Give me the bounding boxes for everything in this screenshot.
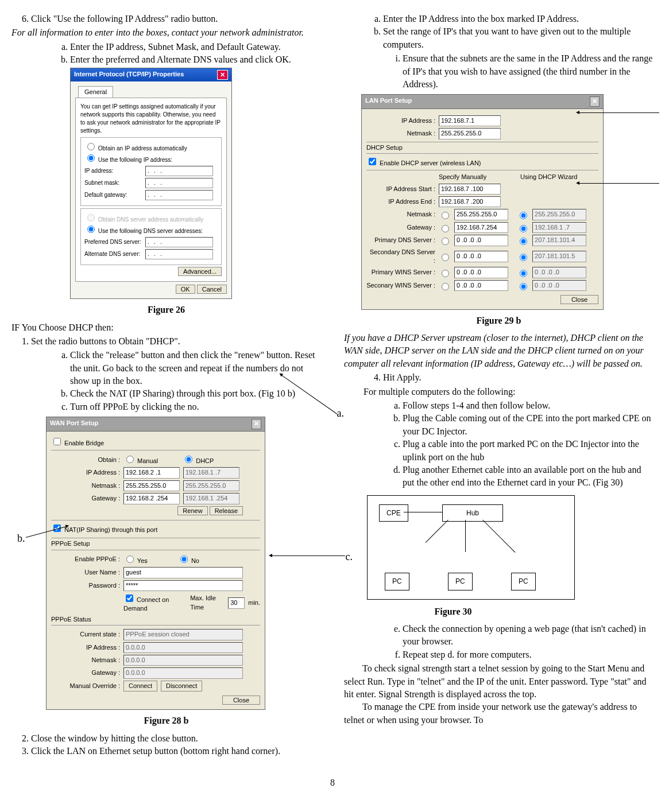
enable-dhcp-check[interactable]: Enable DHCP server (wireless LAN) bbox=[366, 160, 481, 166]
multi-a: Follow steps 1-4 and then follow below. bbox=[403, 399, 654, 412]
step-6: Click "Use the following IP Address" rad… bbox=[31, 13, 321, 25]
annotation-a: a. bbox=[337, 406, 345, 421]
manage-para: To manage the CPE from inside your netwo… bbox=[344, 701, 654, 726]
step-6b: Enter the preferred and Alternate DNS va… bbox=[70, 53, 321, 66]
renew-button[interactable]: Renew bbox=[177, 506, 207, 515]
dhcp-note: If you have a DHCP Server upstream (clos… bbox=[344, 332, 654, 370]
close-icon[interactable]: ✕ bbox=[252, 419, 261, 429]
multi-f: Repeat step d. for more computers. bbox=[403, 648, 654, 661]
right-b: Set the range of IP's that you want to h… bbox=[383, 25, 654, 51]
close-icon[interactable]: ✕ bbox=[217, 70, 228, 80]
annotation-b: b. bbox=[17, 531, 25, 546]
close-button[interactable]: Close bbox=[560, 295, 598, 304]
step-3: Click the LAN on Ethernet setup button (… bbox=[31, 745, 321, 757]
telnet-para: To check signal strength start a telnet … bbox=[344, 662, 654, 701]
fig26-desc: You can get IP settings assigned automat… bbox=[80, 103, 222, 135]
pppoe-setup-label: PPPoE Setup bbox=[51, 539, 260, 548]
advanced-button[interactable]: Advanced... bbox=[178, 267, 222, 276]
dhcp-intro: IF You Choose DHCP then: bbox=[11, 321, 321, 334]
step-1b: Check the NAT (IP Sharing) through this … bbox=[70, 387, 321, 400]
fig28-title: WAN Port Setup bbox=[50, 419, 98, 429]
box-pc3: PC bbox=[511, 573, 536, 590]
pppoe-status-label: PPPoE Status bbox=[51, 615, 260, 624]
multi-e: Check the connection by opening a web pa… bbox=[403, 623, 654, 648]
radio-obtain-dns[interactable]: Obtain DNS server address automatically bbox=[84, 216, 203, 223]
right-a: Enter the IP Address into the box marked… bbox=[383, 13, 654, 25]
box-pc2: PC bbox=[448, 573, 473, 590]
fig26-caption: Figure 26 bbox=[11, 304, 321, 316]
step-1a: Click the "release" button and then clic… bbox=[70, 349, 321, 387]
annotation-c: c. bbox=[346, 550, 353, 564]
radio-obtain-ip[interactable]: Obtain an IP address automatically bbox=[84, 145, 187, 151]
radio-dhcp[interactable]: DHCP bbox=[182, 454, 214, 465]
multi-b: Plug the Cable coming out of the CPE int… bbox=[403, 412, 654, 438]
step-1: Set the radio buttons to Obtain "DHCP". bbox=[31, 335, 321, 348]
connect-button[interactable]: Connect bbox=[123, 681, 157, 691]
radio-use-ip[interactable]: Use the following IP address: bbox=[84, 157, 172, 163]
multi-c: Plug a cable into the port marked PC on … bbox=[403, 438, 654, 464]
release-button[interactable]: Release bbox=[210, 506, 243, 515]
step-6a: Enter the IP address, Subnet Mask, and D… bbox=[70, 41, 321, 53]
dhcp-setup-label: DHCP Setup bbox=[366, 143, 598, 152]
fig29-title: LAN Port Setup bbox=[365, 96, 412, 106]
fig29-window: LAN Port Setup ✕ IP Address :192.168.7.1… bbox=[361, 94, 604, 309]
ok-button[interactable]: OK bbox=[176, 285, 195, 294]
box-cpe: CPE bbox=[379, 504, 408, 522]
page-number: 8 bbox=[11, 776, 654, 789]
radio-use-dns[interactable]: Use the following DNS server addresses: bbox=[84, 228, 203, 234]
cod-check[interactable]: Connect on Demand bbox=[123, 593, 183, 613]
fig30-diagram: CPE Hub PC PC PC bbox=[367, 495, 575, 600]
step-2: Close the window by hitting the close bu… bbox=[31, 732, 321, 745]
radio-manual[interactable]: Manual bbox=[123, 454, 158, 465]
fig28-caption: Figure 28 b bbox=[11, 714, 321, 727]
contact-note: For all information to enter into the bo… bbox=[11, 26, 321, 39]
fig28-window: WAN Port Setup ✕ Enable Bridge Obtain : … bbox=[46, 417, 265, 710]
step-1c: Turn off PPPoE by clicking the no. bbox=[70, 401, 321, 413]
close-button[interactable]: Close bbox=[222, 696, 260, 705]
fig26-title: Internet Protocol (TCP/IP) Properties bbox=[74, 70, 184, 80]
box-hub: Hub bbox=[442, 504, 503, 522]
fig30-caption: Figure 30 bbox=[367, 605, 539, 618]
fig26-window: Internet Protocol (TCP/IP) Properties ✕ … bbox=[70, 68, 232, 300]
right-b-i: Ensure that the subnets are the same in … bbox=[403, 52, 654, 91]
enable-bridge-check[interactable]: Enable Bridge bbox=[51, 440, 104, 446]
radio-pppoe-no[interactable]: No bbox=[177, 554, 199, 565]
disconnect-button[interactable]: Disconnect bbox=[161, 681, 202, 691]
multi-d: Plug another Ethernet cable into an avai… bbox=[403, 464, 654, 489]
radio-pppoe-yes[interactable]: Yes bbox=[123, 554, 148, 565]
fig29-caption: Figure 29 b bbox=[344, 314, 654, 327]
box-pc1: PC bbox=[385, 573, 409, 590]
cancel-button[interactable]: Cancel bbox=[197, 285, 227, 294]
tab-general[interactable]: General bbox=[78, 86, 113, 98]
step-4: Hit Apply. bbox=[383, 371, 654, 384]
multi-intro: For multiple computers do the following: bbox=[364, 386, 654, 398]
close-icon[interactable]: ✕ bbox=[590, 96, 600, 106]
